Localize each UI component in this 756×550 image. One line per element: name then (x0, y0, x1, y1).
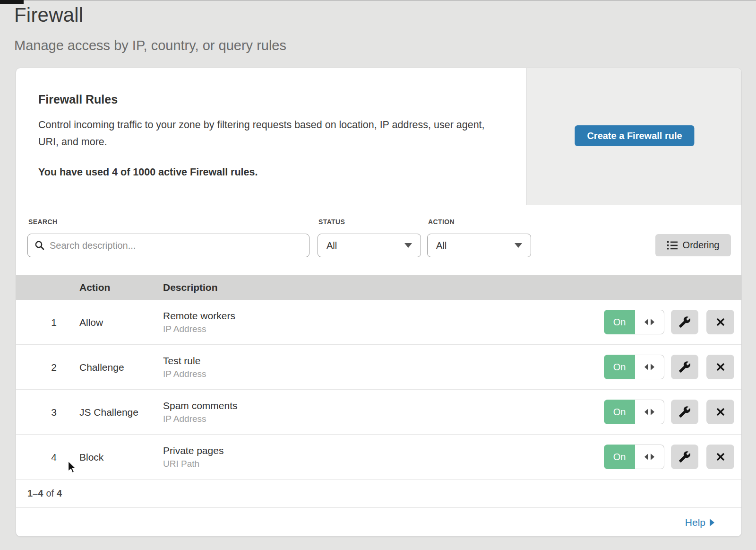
toggle-on-segment[interactable]: On (604, 355, 635, 379)
pagination-total: 4 (57, 488, 62, 499)
overview-section: Firewall Rules Control incoming traffic … (16, 68, 741, 205)
firewall-rules-card: Firewall Rules Control incoming traffic … (16, 68, 742, 537)
rule-description-cell: Spam comments IP Address (163, 390, 238, 435)
toggle-arrows-icon[interactable] (635, 400, 664, 424)
ordered-list-icon (667, 241, 678, 250)
rule-description: Private pages (163, 445, 223, 456)
rule-match-type: IP Address (163, 369, 206, 379)
table-row: 1 Allow Remote workers IP Address On (16, 300, 741, 345)
pagination-separator: of (46, 488, 54, 499)
search-input[interactable] (50, 240, 302, 251)
firewall-page: Firewall Manage access by IP, country, o… (0, 0, 756, 550)
rule-action: Allow (79, 300, 103, 345)
help-link-label: Help (685, 517, 705, 528)
section-description: Control incoming traffic to your zone by… (38, 116, 494, 150)
chevron-down-icon (515, 243, 522, 248)
edit-rule-button[interactable] (671, 400, 698, 424)
close-icon (715, 316, 726, 328)
rule-enabled-toggle[interactable]: On (604, 400, 664, 424)
wrench-icon (679, 406, 691, 418)
page-title: Firewall (14, 4, 83, 26)
column-header-description: Description (163, 275, 218, 300)
rule-enabled-toggle[interactable]: On (604, 355, 664, 379)
ordering-button-label: Ordering (683, 240, 720, 251)
toggle-on-segment[interactable]: On (604, 445, 635, 469)
search-icon (34, 240, 45, 251)
rule-description-cell: Remote workers IP Address (163, 300, 235, 345)
filter-bar: SEARCH STATUS All ACTION All (16, 205, 741, 275)
rule-enabled-toggle[interactable]: On (604, 310, 664, 334)
rule-match-type: IP Address (163, 414, 238, 424)
rule-enabled-toggle[interactable]: On (604, 445, 664, 469)
rule-priority: 2 (44, 345, 63, 390)
create-firewall-rule-button[interactable]: Create a Firewall rule (575, 125, 694, 146)
rule-priority: 4 (44, 435, 63, 480)
rule-description: Spam comments (163, 400, 238, 411)
search-label: SEARCH (28, 218, 58, 226)
edit-rule-button[interactable] (671, 445, 698, 469)
action-label: ACTION (428, 218, 455, 226)
table-row: 2 Challenge Test rule IP Address On (16, 345, 741, 390)
table-row: 3 JS Challenge Spam comments IP Address … (16, 390, 741, 435)
delete-rule-button[interactable] (706, 310, 734, 334)
rule-action: JS Challenge (79, 390, 138, 435)
table-header: Action Description (16, 275, 741, 300)
rule-description: Test rule (163, 355, 206, 367)
rule-description-cell: Test rule IP Address (163, 345, 206, 390)
wrench-icon (679, 316, 691, 328)
screen-edge-line (0, 0, 756, 1)
status-label: STATUS (318, 218, 345, 226)
edit-rule-button[interactable] (671, 355, 698, 379)
toggle-on-segment[interactable]: On (604, 400, 635, 424)
rule-priority: 1 (44, 300, 63, 345)
action-select[interactable]: All (427, 234, 531, 257)
toggle-arrows-icon[interactable] (635, 355, 664, 379)
toggle-on-segment[interactable]: On (604, 310, 635, 334)
close-icon (715, 361, 726, 373)
column-header-action: Action (79, 275, 110, 300)
close-icon (715, 451, 726, 463)
usage-summary: You have used 4 of 1000 active Firewall … (38, 166, 258, 178)
table-row: 4 Block Private pages URI Path On (16, 435, 741, 480)
delete-rule-button[interactable] (706, 445, 734, 469)
page-subtitle: Manage access by IP, country, or query r… (14, 38, 286, 53)
status-selected-value: All (326, 240, 337, 251)
delete-rule-button[interactable] (706, 355, 734, 379)
wrench-icon (679, 451, 691, 463)
chevron-right-icon (710, 519, 714, 526)
toggle-arrows-icon[interactable] (635, 310, 664, 334)
edit-rule-button[interactable] (671, 310, 698, 334)
rule-match-type: URI Path (163, 459, 223, 469)
pagination-range: 1–4 (27, 488, 43, 499)
action-selected-value: All (436, 240, 447, 251)
rule-description-cell: Private pages URI Path (163, 435, 223, 480)
status-select[interactable]: All (318, 234, 421, 257)
help-link[interactable]: Help (685, 517, 714, 528)
close-icon (715, 406, 726, 418)
create-rule-panel: Create a Firewall rule (526, 68, 742, 205)
chevron-down-icon (404, 243, 412, 248)
section-heading: Firewall Rules (38, 93, 118, 106)
rule-action: Block (79, 435, 103, 480)
rule-priority: 3 (44, 390, 63, 435)
ordering-button[interactable]: Ordering (655, 234, 731, 256)
delete-rule-button[interactable] (706, 400, 734, 424)
wrench-icon (679, 361, 691, 373)
rule-action: Challenge (79, 345, 124, 390)
search-field[interactable] (27, 234, 309, 257)
toggle-arrows-icon[interactable] (635, 445, 664, 469)
rule-description: Remote workers (163, 310, 235, 322)
pagination: 1–4 of 4 (16, 480, 741, 508)
card-footer: Help (16, 508, 741, 537)
rules-list: 1 Allow Remote workers IP Address On (16, 300, 741, 480)
rule-match-type: IP Address (163, 324, 235, 334)
